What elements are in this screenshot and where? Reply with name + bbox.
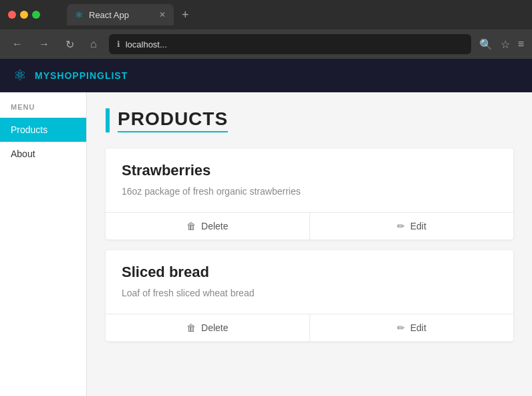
content-area: PRODUCTS Strawberries 16oz package of fr… [87, 92, 532, 396]
product-name-0: Strawberries [122, 162, 497, 179]
product-card-1: Sliced bread Loaf of fresh sliced wheat … [106, 250, 513, 341]
product-desc-1: Loaf of fresh sliced wheat bread [122, 286, 497, 300]
address-bar[interactable]: ℹ localhost... [109, 34, 471, 54]
page-title: PRODUCTS [118, 108, 228, 132]
main-layout: MENU Products About PRODUCTS Strawberrie… [0, 92, 532, 396]
browser-chrome: ⚛ React App ✕ + ← → ↻ ⌂ ℹ localhost... 🔍… [0, 0, 532, 59]
refresh-button[interactable]: ↻ [61, 35, 78, 54]
star-icon[interactable]: ☆ [501, 38, 510, 51]
product-desc-0: 16oz package of fresh organic strawberri… [122, 185, 497, 199]
info-icon: ℹ [117, 39, 120, 49]
nav-bar: ← → ↻ ⌂ ℹ localhost... 🔍 ☆ ≡ [0, 29, 532, 59]
app-title-suffix: LIST [105, 70, 128, 81]
new-tab-button[interactable]: + [176, 5, 194, 25]
sidebar: MENU Products About [0, 92, 87, 396]
zoom-icon[interactable]: 🔍 [479, 38, 493, 51]
delete-label-0: Delete [201, 221, 228, 231]
title-bar: ⚛ React App ✕ + [0, 0, 532, 29]
card-actions-0: 🗑 Delete ✏ Edit [106, 212, 513, 239]
tab-title: React App [89, 10, 129, 20]
card-body-1: Sliced bread Loaf of fresh sliced wheat … [106, 250, 513, 314]
nav-icons: 🔍 ☆ ≡ [479, 38, 524, 51]
edit-button-0[interactable]: ✏ Edit [310, 213, 514, 239]
app-title-accent: SHOPPING [50, 70, 105, 81]
delete-button-0[interactable]: 🗑 Delete [106, 213, 310, 239]
edit-button-1[interactable]: ✏ Edit [310, 314, 514, 341]
edit-label-0: Edit [410, 221, 426, 231]
edit-icon-0: ✏ [397, 221, 405, 231]
address-text: localhost... [126, 39, 167, 50]
delete-button-1[interactable]: 🗑 Delete [106, 314, 310, 341]
sidebar-menu-label: MENU [0, 103, 86, 118]
bookmarks-icon[interactable]: ≡ [518, 38, 524, 50]
edit-icon-1: ✏ [397, 322, 405, 333]
forward-button[interactable]: → [35, 35, 53, 53]
app-header: ⚛ MYSHOPPINGLIST [0, 59, 532, 92]
traffic-lights [8, 11, 40, 19]
app-title-prefix: MY [35, 70, 50, 81]
delete-label-1: Delete [201, 322, 228, 333]
minimize-button[interactable] [20, 11, 28, 19]
tab-bar: ⚛ React App ✕ + [59, 4, 524, 25]
delete-icon-1: 🗑 [186, 322, 196, 333]
maximize-button[interactable] [32, 11, 40, 19]
sidebar-item-products[interactable]: Products [0, 118, 86, 142]
app-title: MYSHOPPINGLIST [35, 70, 128, 81]
tab-favicon-icon: ⚛ [75, 9, 84, 20]
tab-close-icon[interactable]: ✕ [159, 10, 166, 19]
close-button[interactable] [8, 11, 16, 19]
title-accent-bar [106, 108, 110, 132]
delete-icon-0: 🗑 [186, 221, 196, 231]
product-name-1: Sliced bread [122, 264, 497, 281]
browser-tab[interactable]: ⚛ React App ✕ [67, 4, 174, 25]
edit-label-1: Edit [410, 322, 426, 333]
app-logo-icon: ⚛ [13, 67, 27, 84]
page-title-container: PRODUCTS [106, 108, 513, 132]
sidebar-item-about[interactable]: About [0, 142, 86, 166]
card-actions-1: 🗑 Delete ✏ Edit [106, 314, 513, 341]
back-button[interactable]: ← [8, 35, 27, 53]
home-button[interactable]: ⌂ [86, 35, 101, 53]
product-card-0: Strawberries 16oz package of fresh organ… [106, 148, 513, 239]
card-body-0: Strawberries 16oz package of fresh organ… [106, 148, 513, 212]
